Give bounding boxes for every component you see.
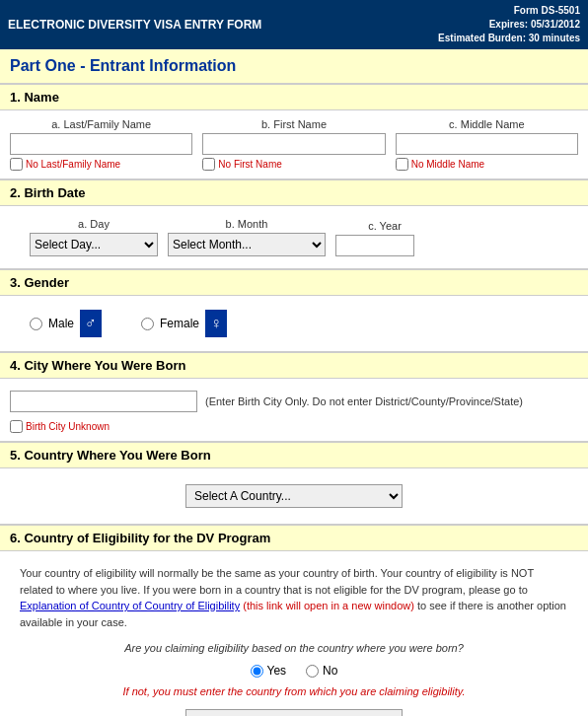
male-label: Male (48, 317, 74, 330)
section-name-body: a. Last/Family Name No Last/Family Name … (0, 110, 588, 179)
form-expires: Expires: 05/31/2012 (438, 18, 580, 32)
section-birthdate-header: 2. Birth Date (0, 179, 588, 206)
last-name-input[interactable] (10, 133, 192, 155)
birth-country-select[interactable]: Select A Country... (185, 484, 403, 508)
day-label: a. Day (30, 218, 158, 230)
section-birthdate-body: a. Day Select Day...12345678910111213141… (0, 206, 588, 269)
male-icon: ♂ (80, 310, 102, 337)
form-number: Form DS-5501 (438, 4, 580, 18)
section-birthcity-body: (Enter Birth City Only. Do not enter Dis… (0, 379, 588, 442)
section-eligibility-body: Your country of eligibility will normall… (0, 551, 588, 716)
last-name-label: a. Last/Family Name (10, 118, 192, 130)
eligibility-radio-row: Yes No (10, 660, 578, 681)
name-field-row: a. Last/Family Name No Last/Family Name … (10, 118, 578, 171)
must-enter-text: If not, you must enter the country from … (10, 681, 578, 701)
month-select[interactable]: Select Month...JanuaryFebruaryMarchApril… (168, 233, 326, 256)
female-label: Female (160, 317, 199, 330)
section-birthcountry-body: Select A Country... (0, 468, 588, 525)
eligibility-link[interactable]: Explanation of Country of Country of Eli… (20, 600, 240, 611)
birth-city-note: (Enter Birth City Only. Do not enter Dis… (205, 395, 523, 407)
birth-city-input[interactable] (10, 391, 197, 412)
no-last-label[interactable]: No Last/Family Name (10, 158, 192, 171)
birth-city-unknown-checkbox[interactable] (10, 420, 23, 433)
eligibility-link-note: (this link will open in a new window) (243, 600, 414, 611)
female-radio[interactable] (141, 318, 154, 330)
month-col: b. Month Select Month...JanuaryFebruaryM… (168, 218, 326, 256)
form-burden: Estimated Burden: 30 minutes (438, 32, 580, 45)
day-col: a. Day Select Day...12345678910111213141… (30, 218, 158, 256)
last-name-col: a. Last/Family Name No Last/Family Name (10, 118, 192, 171)
male-radio[interactable] (30, 318, 42, 330)
eligibility-text: Your country of eligibility will normall… (10, 559, 578, 636)
no-first-label[interactable]: No First Name (202, 158, 385, 171)
eligibility-body1: Your country of eligibility will normall… (20, 567, 534, 596)
birth-city-row: (Enter Birth City Only. Do not enter Dis… (10, 387, 578, 416)
section-eligibility-header: 6. Country of Eligibility for the DV Pro… (0, 525, 588, 551)
eligibility-yes-option[interactable]: Yes (251, 664, 287, 678)
section-birthcity-header: 4. City Where You Were Born (0, 352, 588, 379)
no-middle-checkbox[interactable] (396, 158, 408, 171)
male-option[interactable]: Male ♂ (30, 310, 102, 337)
birthdate-row: a. Day Select Day...12345678910111213141… (10, 214, 578, 260)
birth-country-row: Select A Country... (10, 476, 578, 516)
female-icon: ♀ (205, 310, 227, 337)
section-gender-body: Male ♂ Female ♀ (0, 296, 588, 352)
year-col: c. Year (335, 220, 434, 256)
female-option[interactable]: Female ♀ (141, 310, 227, 337)
eligibility-no-label: No (323, 664, 337, 678)
birth-city-unknown-label[interactable]: Birth City Unknown (10, 420, 578, 433)
day-select[interactable]: Select Day...123456789101112131415161718… (30, 233, 158, 256)
form-title: ELECTRONIC DIVERSITY VISA ENTRY FORM (8, 18, 261, 32)
eligibility-question: Are you claiming eligibility based on th… (10, 636, 578, 660)
section-birthcountry-header: 5. Country Where You Were Born (0, 442, 588, 468)
eligibility-country-select[interactable]: Select A Country... (185, 709, 403, 716)
first-name-input[interactable] (202, 133, 385, 155)
year-input[interactable] (335, 235, 414, 256)
no-first-checkbox[interactable] (202, 158, 215, 171)
month-label: b. Month (168, 218, 326, 230)
no-last-checkbox[interactable] (10, 158, 23, 171)
form-info: Form DS-5501 Expires: 05/31/2012 Estimat… (438, 4, 580, 45)
section-name-header: 1. Name (0, 84, 588, 110)
header-bar: ELECTRONIC DIVERSITY VISA ENTRY FORM For… (0, 0, 588, 49)
middle-name-input[interactable] (396, 133, 578, 155)
eligibility-no-radio[interactable] (306, 665, 319, 678)
first-name-label: b. First Name (202, 118, 385, 130)
year-label: c. Year (335, 220, 434, 232)
eligibility-no-option[interactable]: No (306, 664, 337, 678)
page-title: Part One - Entrant Information (0, 49, 588, 84)
middle-name-col: c. Middle Name No Middle Name (396, 118, 578, 171)
eligibility-yes-radio[interactable] (251, 665, 263, 678)
eligibility-country-row: Select A Country... (10, 701, 578, 716)
section-gender-header: 3. Gender (0, 269, 588, 296)
middle-name-label: c. Middle Name (396, 118, 578, 130)
eligibility-yes-label: Yes (267, 664, 287, 678)
no-middle-label[interactable]: No Middle Name (396, 158, 578, 171)
first-name-col: b. First Name No First Name (202, 118, 385, 171)
gender-row: Male ♂ Female ♀ (10, 304, 578, 343)
